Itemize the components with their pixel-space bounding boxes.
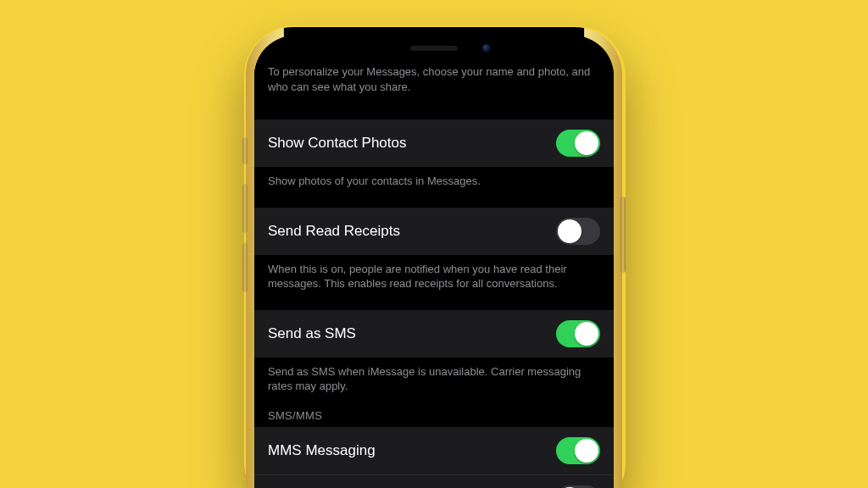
toggle-send-read-receipts[interactable] — [556, 218, 600, 245]
row-show-contact-photos[interactable]: Show Contact Photos — [254, 119, 614, 167]
front-camera — [482, 44, 491, 53]
row-show-subject-field[interactable]: Show Subject Field — [254, 474, 614, 488]
phone-body: To personalize your Messages, choose you… — [246, 27, 622, 488]
mute-switch[interactable] — [242, 137, 248, 164]
settings-screen: To personalize your Messages, choose you… — [254, 36, 614, 488]
toggle-mms-messaging[interactable] — [556, 437, 600, 464]
row-footer: Show photos of your contacts in Messages… — [254, 167, 614, 189]
speaker-grille — [410, 46, 458, 51]
volume-up-button[interactable] — [242, 184, 248, 233]
row-send-as-sms[interactable]: Send as SMS — [254, 310, 614, 358]
row-label: Send as SMS — [268, 325, 356, 342]
row-footer: When this is on, people are notified whe… — [254, 255, 614, 291]
side-power-button[interactable] — [620, 197, 626, 273]
row-footer: Send as SMS when iMessage is unavailable… — [254, 358, 614, 394]
phone-bezel: To personalize your Messages, choose you… — [254, 36, 614, 488]
section-intro-text: To personalize your Messages, choose you… — [254, 64, 614, 101]
row-mms-messaging[interactable]: MMS Messaging — [254, 427, 614, 474]
section-header-smsmms: SMS/MMS — [254, 394, 614, 427]
row-send-read-receipts[interactable]: Send Read Receipts — [254, 208, 614, 255]
toggle-send-as-sms[interactable] — [556, 320, 600, 347]
toggle-show-contact-photos[interactable] — [556, 130, 600, 157]
row-label: MMS Messaging — [268, 442, 376, 459]
volume-down-button[interactable] — [242, 243, 248, 292]
notch — [345, 36, 523, 61]
row-label: Send Read Receipts — [268, 223, 400, 240]
row-label: Show Contact Photos — [268, 135, 406, 152]
